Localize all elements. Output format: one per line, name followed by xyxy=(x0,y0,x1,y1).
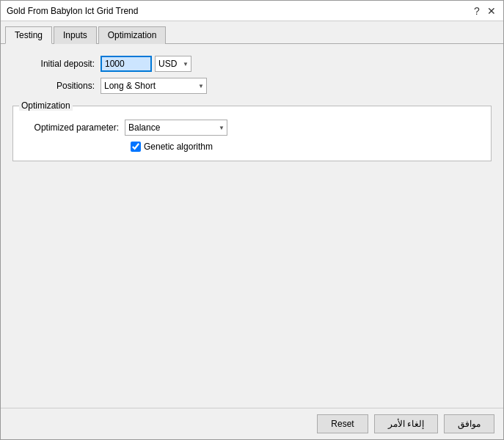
genetic-algorithm-label: Genetic algorithm xyxy=(144,142,213,152)
currency-select-wrapper: USD EUR GBP xyxy=(155,56,191,72)
spacer xyxy=(12,161,492,396)
positions-select[interactable]: Long & Short Long only Short only xyxy=(101,78,207,94)
title-bar-controls: ? ✕ xyxy=(471,5,497,17)
tab-testing[interactable]: Testing xyxy=(5,26,52,44)
content-area: Testing Inputs Optimization Initial depo… xyxy=(1,21,503,408)
currency-select[interactable]: USD EUR GBP xyxy=(155,56,191,72)
initial-deposit-input[interactable] xyxy=(101,56,152,72)
optimization-group-legend: Optimization xyxy=(19,100,73,111)
optimized-parameter-row: Optimized parameter: Balance Profit Fact… xyxy=(22,120,482,136)
reset-button[interactable]: Reset xyxy=(317,414,368,433)
tab-content-testing: Initial deposit: USD EUR GBP Positions: … xyxy=(1,44,503,408)
initial-deposit-row: Initial deposit: USD EUR GBP xyxy=(12,56,492,72)
bottom-bar: Reset إلغاء الأمر موافق xyxy=(1,408,503,439)
tab-bar: Testing Inputs Optimization xyxy=(1,21,503,44)
main-window: Gold From Babylon Ict Grid Trend ? ✕ Tes… xyxy=(0,0,504,440)
window-title: Gold From Babylon Ict Grid Trend xyxy=(7,6,138,16)
positions-row: Positions: Long & Short Long only Short … xyxy=(12,78,492,94)
optimized-parameter-label: Optimized parameter: xyxy=(22,122,125,133)
tab-inputs[interactable]: Inputs xyxy=(54,26,97,44)
genetic-algorithm-row: Genetic algorithm xyxy=(131,142,482,152)
optimized-parameter-select[interactable]: Balance Profit Factor Expected Payoff Dr… xyxy=(125,120,227,136)
optimization-group: Optimization Optimized parameter: Balanc… xyxy=(12,106,492,161)
close-button[interactable]: ✕ xyxy=(486,5,497,17)
help-button[interactable]: ? xyxy=(471,5,483,17)
cancel-button[interactable]: إلغاء الأمر xyxy=(374,414,438,433)
initial-deposit-label: Initial deposit: xyxy=(12,59,101,69)
opt-select-wrapper: Balance Profit Factor Expected Payoff Dr… xyxy=(125,120,227,136)
title-bar: Gold From Babylon Ict Grid Trend ? ✕ xyxy=(1,1,503,21)
ok-button[interactable]: موافق xyxy=(444,414,494,433)
tab-optimization[interactable]: Optimization xyxy=(98,26,167,44)
genetic-algorithm-checkbox[interactable] xyxy=(131,142,141,152)
positions-select-wrapper: Long & Short Long only Short only xyxy=(101,78,207,94)
positions-label: Positions: xyxy=(12,81,101,91)
